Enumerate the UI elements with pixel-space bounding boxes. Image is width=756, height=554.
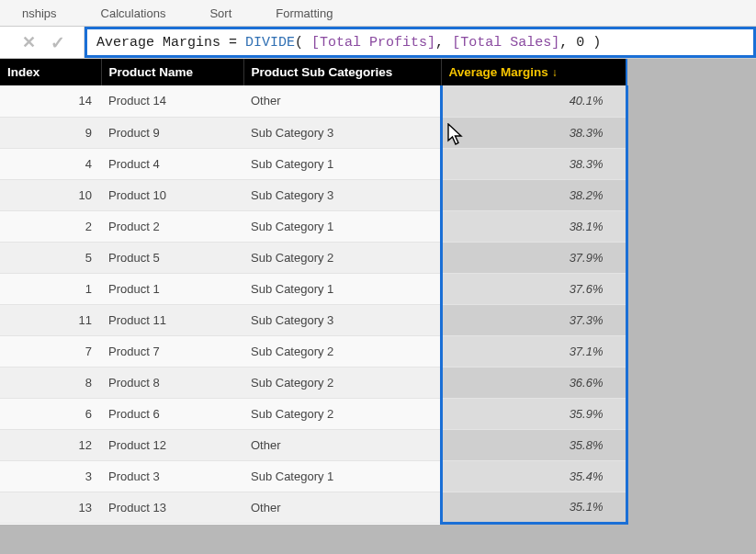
cell-index: 4: [0, 148, 101, 179]
table-row[interactable]: 8Product 8Sub Category 236.6%: [0, 367, 626, 398]
formula-input[interactable]: Average Margins = DIVIDE( [Total Profits…: [85, 27, 756, 58]
cell-index: 1: [0, 273, 101, 304]
cell-average-margin: 37.6%: [441, 273, 626, 304]
cell-index: 3: [0, 460, 101, 492]
table-row[interactable]: 13Product 13Other35.1%: [0, 492, 626, 523]
cell-average-margin: 36.6%: [441, 367, 626, 398]
cell-product-name: Product 10: [101, 179, 243, 210]
cell-sub-category: Sub Category 3: [243, 117, 441, 148]
col-header-average-margins-label: Average Margins: [449, 65, 548, 79]
cell-product-name: Product 3: [101, 460, 243, 492]
cell-product-name: Product 5: [101, 242, 243, 273]
cell-product-name: Product 6: [101, 398, 243, 429]
cell-average-margin: 37.3%: [441, 304, 626, 335]
cell-product-name: Product 4: [101, 148, 243, 179]
table-row[interactable]: 7Product 7Sub Category 237.1%: [0, 335, 626, 367]
cell-product-name: Product 14: [101, 85, 243, 117]
cancel-formula-icon[interactable]: ✕: [22, 34, 36, 51]
col-header-product-name[interactable]: Product Name: [101, 59, 243, 85]
cell-average-margin: 35.1%: [441, 492, 626, 523]
cell-sub-category: Other: [243, 429, 441, 460]
cell-average-margin: 38.3%: [441, 117, 626, 148]
ribbon-tabs: nships Calculations Sort Formatting: [0, 0, 756, 26]
cell-index: 2: [0, 210, 101, 242]
cell-sub-category: Sub Category 1: [243, 273, 441, 304]
formula-ref2: [Total Sales]: [452, 35, 559, 51]
col-header-sub-categories[interactable]: Product Sub Categories: [243, 59, 441, 85]
ribbon-tab-calculations[interactable]: Calculations: [79, 6, 188, 20]
table-row[interactable]: 3Product 3Sub Category 135.4%: [0, 460, 626, 492]
cell-product-name: Product 1: [101, 273, 243, 304]
cell-average-margin: 37.1%: [441, 335, 626, 367]
cell-average-margin: 38.3%: [441, 148, 626, 179]
cell-index: 8: [0, 367, 101, 398]
formula-bar: ✕ ✓ Average Margins = DIVIDE( [Total Pro…: [0, 26, 756, 59]
cell-sub-category: Sub Category 1: [243, 210, 441, 242]
formula-open: (: [295, 35, 311, 51]
col-header-index[interactable]: Index: [0, 59, 101, 85]
cell-product-name: Product 13: [101, 492, 243, 523]
cell-sub-category: Sub Category 2: [243, 242, 441, 273]
cell-average-margin: 38.2%: [441, 179, 626, 210]
table-row[interactable]: 12Product 12Other35.8%: [0, 429, 626, 460]
cell-sub-category: Sub Category 2: [243, 335, 441, 367]
cell-sub-category: Sub Category 3: [243, 179, 441, 210]
cell-index: 11: [0, 304, 101, 335]
data-table-wrap: Index Product Name Product Sub Categorie…: [0, 59, 626, 525]
formula-close: ): [584, 35, 601, 51]
cell-sub-category: Sub Category 2: [243, 398, 441, 429]
table-row[interactable]: 2Product 2Sub Category 138.1%: [0, 210, 626, 242]
table-header-row: Index Product Name Product Sub Categorie…: [0, 59, 626, 85]
table-row[interactable]: 11Product 11Sub Category 337.3%: [0, 304, 626, 335]
cell-index: 9: [0, 117, 101, 148]
formula-buttons: ✕ ✓: [0, 27, 85, 58]
cell-average-margin: 37.9%: [441, 242, 626, 273]
cell-product-name: Product 12: [101, 429, 243, 460]
table-row[interactable]: 6Product 6Sub Category 235.9%: [0, 398, 626, 429]
formula-arg3: 0: [576, 35, 584, 51]
cell-index: 7: [0, 335, 101, 367]
cell-product-name: Product 8: [101, 367, 243, 398]
formula-sep2: ,: [559, 35, 576, 51]
table-row[interactable]: 9Product 9Sub Category 338.3%: [0, 117, 626, 148]
cell-product-name: Product 11: [101, 304, 243, 335]
cell-sub-category: Sub Category 3: [243, 304, 441, 335]
col-header-average-margins[interactable]: Average Margins↓: [441, 59, 626, 85]
cell-sub-category: Sub Category 1: [243, 460, 441, 492]
table-row[interactable]: 1Product 1Sub Category 137.6%: [0, 273, 626, 304]
cell-index: 6: [0, 398, 101, 429]
cell-product-name: Product 7: [101, 335, 243, 367]
ribbon-tab-relationships[interactable]: nships: [0, 6, 79, 20]
cell-sub-category: Sub Category 2: [243, 367, 441, 398]
cell-sub-category: Sub Category 1: [243, 148, 441, 179]
formula-ref1: [Total Profits]: [311, 35, 435, 51]
table-row[interactable]: 5Product 5Sub Category 237.9%: [0, 242, 626, 273]
commit-formula-icon[interactable]: ✓: [51, 34, 65, 51]
cell-index: 14: [0, 85, 101, 117]
cell-index: 5: [0, 242, 101, 273]
cell-index: 12: [0, 429, 101, 460]
formula-equals: =: [220, 35, 245, 51]
table-row[interactable]: 10Product 10Sub Category 338.2%: [0, 179, 626, 210]
cell-index: 10: [0, 179, 101, 210]
cell-average-margin: 35.4%: [441, 460, 626, 492]
cell-product-name: Product 2: [101, 210, 243, 242]
cell-sub-category: Other: [243, 492, 441, 523]
cell-average-margin: 40.1%: [441, 85, 626, 117]
cell-average-margin: 38.1%: [441, 210, 626, 242]
table-row[interactable]: 4Product 4Sub Category 138.3%: [0, 148, 626, 179]
data-table[interactable]: Index Product Name Product Sub Categorie…: [0, 59, 628, 525]
cell-average-margin: 35.9%: [441, 398, 626, 429]
cell-sub-category: Other: [243, 85, 441, 117]
cell-product-name: Product 9: [101, 117, 243, 148]
ribbon-tab-sort[interactable]: Sort: [187, 6, 254, 20]
table-row[interactable]: 14Product 14Other40.1%: [0, 85, 626, 117]
sort-desc-icon: ↓: [552, 66, 558, 79]
formula-measure-name: Average Margins: [96, 35, 220, 51]
ribbon-tab-formatting[interactable]: Formatting: [254, 6, 355, 20]
cell-average-margin: 35.8%: [441, 429, 626, 460]
table-body: 14Product 14Other40.1%9Product 9Sub Cate…: [0, 85, 626, 523]
formula-sep1: ,: [435, 35, 452, 51]
cell-index: 13: [0, 492, 101, 523]
formula-func: DIVIDE: [245, 35, 295, 51]
